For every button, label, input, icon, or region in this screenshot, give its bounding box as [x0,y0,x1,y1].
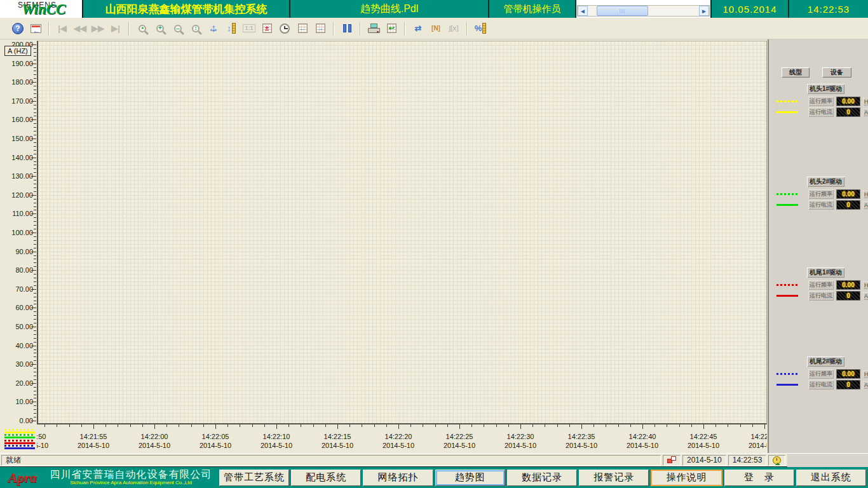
scrollbar-track[interactable] [588,6,699,16]
zoom-in-button[interactable]: + [152,20,168,37]
y-tick-mark [34,131,36,132]
nav-button[interactable]: 配电系统 [291,470,361,486]
x-tick-mark [349,424,350,427]
nav-button[interactable]: 网络拓扑 [363,470,433,486]
unit-label: HZ [863,370,868,378]
y-tick-mark [34,301,36,301]
toolbar-separator [333,22,334,36]
y-axis-unit-label: A (HZ) [4,46,31,56]
print-button[interactable] [365,20,382,37]
y-tick-mark [34,172,36,173]
restore-original-view-button[interactable]: ↩ [383,20,400,37]
y-tick-mark [34,281,36,282]
header-bar: SIEMENS WinCC 山西阳泉燕鑫输煤管带机集控系统 趋势曲线.Pdl 管… [0,0,868,18]
y-tick-label: 70.00 [1,285,33,293]
runtime-clock-icon [773,456,781,464]
solid-line-swatch [776,204,798,206]
x-tick-mark [654,424,655,427]
y-tick-mark [31,252,36,252]
normalize-button[interactable]: [N] [428,20,444,37]
x-tick-mark [459,424,460,429]
value-display: 0.00 [836,369,860,379]
status-clock-cell [768,455,785,466]
status-message: 就绪 [1,455,661,466]
trend-chart: 200.00190.00180.00170.00160.00150.00140.… [0,39,768,453]
scroll-right-button[interactable]: ► [699,6,709,16]
y-tick-label: 160.00 [1,116,33,123]
zoom-area-button[interactable]: ▪ [134,20,151,37]
y-tick-mark [34,86,36,86]
x-tick-label: 14:22:002014-5-10 [126,432,183,450]
scrollbar-thumb[interactable] [597,6,648,16]
help-button[interactable]: ? [10,20,26,37]
y-tick-mark [34,274,36,274]
trend-plot-area[interactable] [37,41,767,424]
curve-backward-button[interactable]: ← [294,20,311,37]
percent-scale-button[interactable]: % [472,20,489,37]
x-tick-mark [715,424,716,427]
nav-button[interactable]: 报警记录 [579,470,649,486]
select-data-connection-button[interactable]: ← [27,20,44,37]
y-tick-label: 80.00 [1,266,33,274]
device-button[interactable]: 设备 [822,67,851,78]
y-tick-label: 180.00 [1,78,33,86]
status-date: 2014-5-10 [682,455,726,466]
legend-row: 运行电流0A [776,291,868,301]
y-tick-label: 190.00 [1,60,33,67]
select-time-range-button[interactable] [276,20,293,37]
y-tick-label: 0.00 [1,417,33,424]
y-tick-mark [34,229,36,229]
x-tick-mark [166,424,167,427]
x-tick-mark [581,424,582,429]
company-block: 四川省安普瑞自动化设备有限公司 Sichuan Province Apra Au… [44,470,217,485]
help-icon: ? [12,23,24,34]
nav-button[interactable]: 操作说明 [651,470,722,486]
legend-row: 运行频率0.00HZ [776,369,868,379]
y-tick-mark [34,398,36,398]
restore-original-view-icon: ↩ [387,24,397,33]
nav-button[interactable]: 登 录 [724,470,794,486]
y-tick-mark [31,233,36,233]
pan-icon: ↔↕ [207,22,220,35]
previous-record-icon: ◀◀ [74,24,86,32]
curve-forward-button[interactable]: → [312,20,329,37]
horizontal-scrollbar[interactable]: ◄ ► [577,5,710,17]
scroll-left-button[interactable]: ◄ [578,6,588,16]
zoom-y-button[interactable]: ↕ [187,20,204,37]
zoom-x-button[interactable]: ↔ [170,20,186,37]
nav-button[interactable]: 管带工艺系统 [219,470,289,486]
y-tick-mark [34,78,36,79]
select-curves-button[interactable]: ± [259,20,275,37]
unit-label: A [863,201,868,209]
legend-stripe [4,447,35,449]
value-display: 0.00 [836,97,860,106]
y-tick-mark [31,289,36,290]
x-tick-label: 14:22:352014-5-10 [553,432,610,450]
y-tick-mark [34,342,36,342]
scale-y-axis-button[interactable]: ↕ [223,20,240,37]
x-tick-mark [679,424,680,427]
y-tick-mark [34,210,36,210]
nav-button[interactable]: 退出系统 [796,470,866,486]
curves-legend-icon [3,428,36,450]
x-tick-mark [276,424,277,429]
nav-button[interactable]: 数据记录 [507,470,577,486]
nav-button[interactable]: 趋势图 [435,470,505,486]
y-tick-label: 100.00 [1,229,33,236]
pan-button[interactable]: ↔↕ [205,20,222,37]
swap-axes-button[interactable]: ⇄ [410,20,426,37]
x-tick-label: 14:22:202014-5-10 [370,432,427,450]
y-tick-mark [34,56,36,57]
x-tick-mark [227,424,228,427]
line-type-button[interactable]: 线型 [782,67,810,78]
y-tick-mark [34,248,36,248]
y-tick-mark [34,97,36,98]
legend-stripe [4,431,35,433]
y-tick-mark [34,285,36,286]
y-tick-mark [34,259,36,259]
row-label: 运行频率 [808,280,834,290]
y-tick-mark [31,383,36,384]
y-tick-mark [34,74,36,75]
toolbar-separator [360,22,361,36]
pause-button[interactable] [339,20,355,37]
